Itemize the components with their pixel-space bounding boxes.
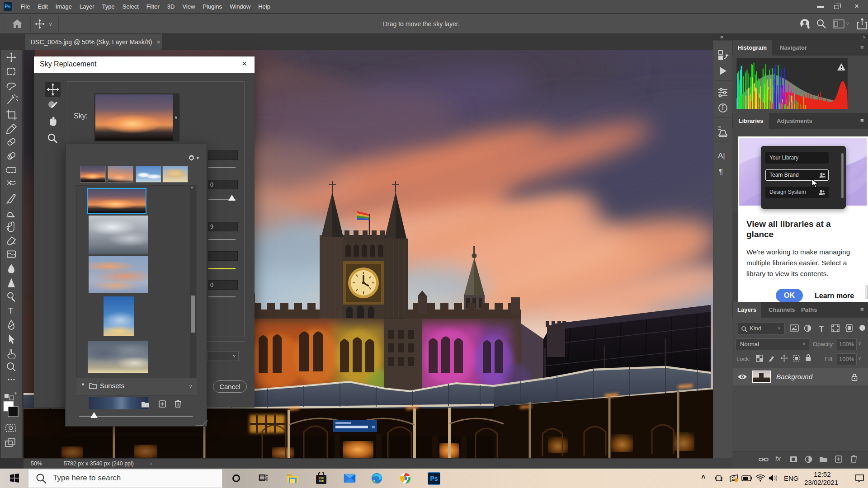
svg-text:A|: A| xyxy=(718,151,725,160)
svg-text:T: T xyxy=(8,306,14,315)
svg-text:¶: ¶ xyxy=(719,168,723,176)
